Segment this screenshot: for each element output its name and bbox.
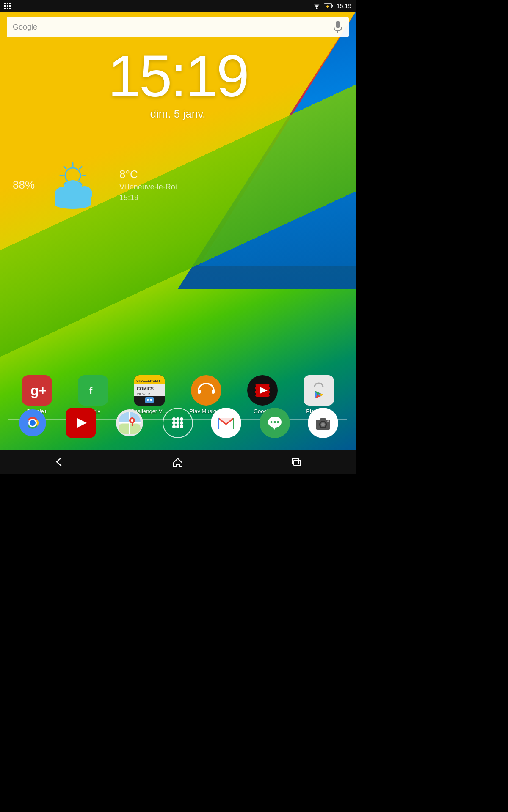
weather-location: Villeneuve-le-Roi [119, 183, 177, 192]
youtube-icon [66, 408, 96, 438]
svg-rect-43 [269, 385, 271, 387]
mic-button[interactable] [333, 22, 343, 32]
dock-maps[interactable] [114, 408, 145, 438]
svg-rect-87 [292, 458, 299, 464]
grid-icon [4, 3, 11, 9]
weather-info: 8°C Villeneuve-le-Roi 15:19 [119, 168, 177, 202]
status-left [4, 3, 11, 9]
svg-point-66 [180, 417, 183, 421]
svg-point-72 [180, 425, 183, 428]
dock [0, 396, 356, 450]
search-bar[interactable]: Google [7, 17, 349, 37]
clock-time: 15:19 [13, 47, 343, 106]
weather-time: 15:19 [119, 193, 177, 202]
svg-point-64 [172, 417, 176, 421]
svg-point-71 [176, 425, 179, 428]
chrome-icon [17, 408, 48, 438]
svg-point-85 [321, 423, 325, 426]
svg-point-0 [316, 8, 317, 9]
svg-rect-36 [198, 390, 201, 394]
svg-point-68 [176, 421, 179, 425]
svg-point-67 [172, 421, 176, 425]
svg-point-21 [55, 200, 91, 209]
recents-button[interactable] [284, 453, 309, 470]
svg-text:CHALLENGER: CHALLENGER [136, 379, 160, 383]
nav-bar [0, 450, 356, 474]
svg-rect-2 [332, 5, 333, 7]
svg-rect-41 [254, 389, 256, 391]
hangouts-icon [260, 408, 290, 438]
home-button[interactable] [165, 453, 190, 470]
svg-text:VIEWER: VIEWER [137, 392, 150, 396]
svg-rect-82 [320, 418, 326, 421]
clock-widget: 15:19 dim. 5 janv. [13, 47, 343, 121]
battery-icon: ⚡ [324, 3, 333, 9]
svg-point-62 [131, 419, 133, 422]
svg-rect-37 [212, 390, 215, 394]
svg-rect-45 [269, 393, 271, 395]
back-button[interactable] [47, 453, 72, 470]
status-time: 15:19 [337, 3, 351, 9]
svg-rect-88 [294, 460, 301, 466]
dock-gmail[interactable] [211, 408, 241, 438]
dock-chrome[interactable] [17, 408, 48, 438]
weather-icon [43, 156, 111, 213]
svg-rect-44 [269, 389, 271, 391]
svg-rect-40 [254, 385, 256, 387]
svg-point-78 [270, 421, 272, 423]
svg-point-80 [277, 421, 279, 423]
clock-date: dim. 5 janv. [13, 107, 343, 121]
status-bar: ⚡ 15:19 [0, 0, 356, 12]
dock-allapps[interactable] [163, 408, 193, 438]
search-placeholder: Google [13, 23, 333, 32]
camera-icon [308, 408, 338, 438]
svg-point-86 [327, 420, 329, 422]
weather-widget: 88% 8 [13, 156, 334, 213]
weather-humidity: 88% [13, 178, 35, 192]
allapps-icon [163, 408, 193, 438]
gmail-icon [211, 408, 241, 438]
svg-point-69 [180, 421, 183, 425]
svg-rect-4 [336, 21, 340, 28]
dock-hangouts[interactable] [260, 408, 290, 438]
wifi-icon [313, 3, 320, 9]
svg-point-55 [30, 420, 36, 426]
svg-point-70 [172, 425, 176, 428]
dock-camera[interactable] [308, 408, 338, 438]
svg-point-65 [176, 417, 179, 421]
svg-text:COMICS: COMICS [137, 387, 154, 391]
svg-line-8 [80, 167, 82, 169]
svg-line-11 [64, 167, 66, 169]
weather-temperature: 8°C [119, 168, 177, 181]
svg-text:f: f [89, 385, 93, 396]
svg-text:⚡: ⚡ [326, 4, 330, 8]
status-right: ⚡ 15:19 [313, 3, 351, 9]
dock-youtube[interactable] [66, 408, 96, 438]
svg-marker-56 [77, 418, 87, 428]
maps-icon [114, 408, 145, 438]
svg-point-79 [273, 421, 276, 423]
svg-rect-42 [254, 393, 256, 395]
